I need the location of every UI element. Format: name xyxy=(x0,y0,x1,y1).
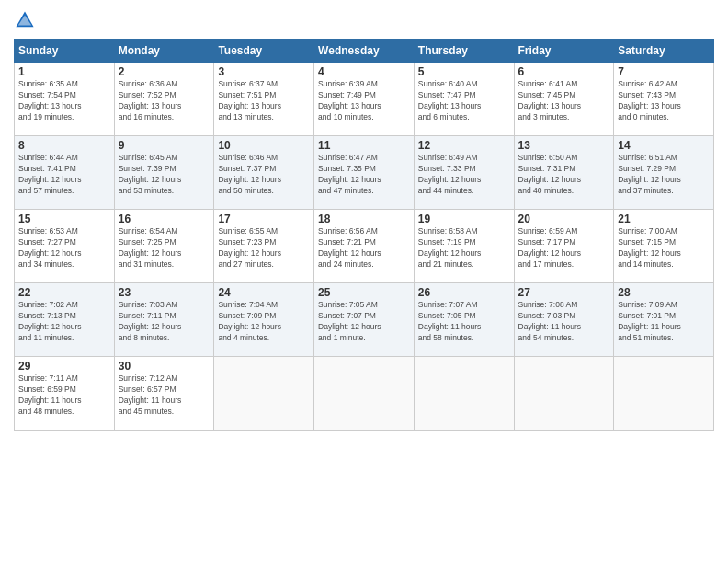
day-info: Sunrise: 6:36 AMSunset: 7:52 PMDaylight:… xyxy=(119,79,210,123)
calendar-cell: 25Sunrise: 7:05 AMSunset: 7:07 PMDayligh… xyxy=(314,283,415,357)
calendar-cell xyxy=(314,357,415,431)
week-row-3: 15Sunrise: 6:53 AMSunset: 7:27 PMDayligh… xyxy=(15,210,714,283)
day-info: Sunrise: 6:35 AMSunset: 7:54 PMDaylight:… xyxy=(18,79,110,123)
calendar-cell: 17Sunrise: 6:55 AMSunset: 7:23 PMDayligh… xyxy=(214,210,314,283)
calendar-cell: 2Sunrise: 6:36 AMSunset: 7:52 PMDaylight… xyxy=(114,63,214,136)
calendar-cell xyxy=(514,357,614,431)
day-number: 1 xyxy=(18,65,110,78)
day-number: 7 xyxy=(618,65,710,78)
day-number: 16 xyxy=(119,213,210,225)
logo-icon xyxy=(14,9,36,31)
calendar-table: SundayMondayTuesdayWednesdayThursdayFrid… xyxy=(14,39,714,431)
day-number: 8 xyxy=(18,139,110,152)
weekday-header-monday: Monday xyxy=(114,40,214,63)
day-number: 24 xyxy=(218,286,310,299)
day-info: Sunrise: 6:46 AMSunset: 7:37 PMDaylight:… xyxy=(218,153,310,197)
calendar-cell: 18Sunrise: 6:56 AMSunset: 7:21 PMDayligh… xyxy=(314,210,415,283)
day-info: Sunrise: 7:00 AMSunset: 7:15 PMDaylight:… xyxy=(618,226,710,270)
day-info: Sunrise: 6:59 AMSunset: 7:17 PMDaylight:… xyxy=(518,226,610,270)
calendar-cell: 14Sunrise: 6:51 AMSunset: 7:29 PMDayligh… xyxy=(614,136,714,210)
day-info: Sunrise: 6:40 AMSunset: 7:47 PMDaylight:… xyxy=(418,79,510,123)
day-info: Sunrise: 6:39 AMSunset: 7:49 PMDaylight:… xyxy=(318,79,410,123)
day-number: 22 xyxy=(18,286,110,299)
day-info: Sunrise: 6:45 AMSunset: 7:39 PMDaylight:… xyxy=(119,153,210,197)
calendar-cell xyxy=(414,357,514,431)
calendar-cell: 11Sunrise: 6:47 AMSunset: 7:35 PMDayligh… xyxy=(314,136,415,210)
day-number: 5 xyxy=(418,65,510,78)
calendar-cell: 24Sunrise: 7:04 AMSunset: 7:09 PMDayligh… xyxy=(214,283,314,357)
calendar-cell xyxy=(614,357,714,431)
day-info: Sunrise: 6:44 AMSunset: 7:41 PMDaylight:… xyxy=(18,153,110,197)
day-number: 20 xyxy=(518,213,610,225)
day-info: Sunrise: 6:37 AMSunset: 7:51 PMDaylight:… xyxy=(218,79,310,123)
calendar-cell: 7Sunrise: 6:42 AMSunset: 7:43 PMDaylight… xyxy=(614,63,714,136)
weekday-header-thursday: Thursday xyxy=(414,40,514,63)
calendar-cell: 5Sunrise: 6:40 AMSunset: 7:47 PMDaylight… xyxy=(414,63,514,136)
week-row-2: 8Sunrise: 6:44 AMSunset: 7:41 PMDaylight… xyxy=(15,136,714,210)
page: SundayMondayTuesdayWednesdayThursdayFrid… xyxy=(0,0,728,563)
calendar-cell: 19Sunrise: 6:58 AMSunset: 7:19 PMDayligh… xyxy=(414,210,514,283)
calendar-cell: 1Sunrise: 6:35 AMSunset: 7:54 PMDaylight… xyxy=(15,63,115,136)
day-info: Sunrise: 6:41 AMSunset: 7:45 PMDaylight:… xyxy=(518,79,610,123)
day-info: Sunrise: 6:42 AMSunset: 7:43 PMDaylight:… xyxy=(618,79,710,123)
day-info: Sunrise: 7:05 AMSunset: 7:07 PMDaylight:… xyxy=(318,300,410,344)
day-info: Sunrise: 7:11 AMSunset: 6:59 PMDaylight:… xyxy=(18,373,110,418)
day-info: Sunrise: 6:58 AMSunset: 7:19 PMDaylight:… xyxy=(418,226,510,270)
calendar-cell: 29Sunrise: 7:11 AMSunset: 6:59 PMDayligh… xyxy=(15,357,115,431)
calendar-cell: 27Sunrise: 7:08 AMSunset: 7:03 PMDayligh… xyxy=(514,283,614,357)
day-number: 28 xyxy=(618,286,710,299)
calendar-cell: 16Sunrise: 6:54 AMSunset: 7:25 PMDayligh… xyxy=(114,210,214,283)
calendar-cell: 4Sunrise: 6:39 AMSunset: 7:49 PMDaylight… xyxy=(314,63,415,136)
calendar-cell: 13Sunrise: 6:50 AMSunset: 7:31 PMDayligh… xyxy=(514,136,614,210)
day-number: 13 xyxy=(518,139,610,152)
day-info: Sunrise: 7:04 AMSunset: 7:09 PMDaylight:… xyxy=(218,300,310,344)
calendar-cell: 22Sunrise: 7:02 AMSunset: 7:13 PMDayligh… xyxy=(15,283,115,357)
weekday-header-saturday: Saturday xyxy=(614,40,714,63)
day-info: Sunrise: 7:09 AMSunset: 7:01 PMDaylight:… xyxy=(618,300,710,344)
day-info: Sunrise: 7:12 AMSunset: 6:57 PMDaylight:… xyxy=(119,373,210,418)
calendar-cell: 15Sunrise: 6:53 AMSunset: 7:27 PMDayligh… xyxy=(15,210,115,283)
day-number: 27 xyxy=(518,286,610,299)
week-row-4: 22Sunrise: 7:02 AMSunset: 7:13 PMDayligh… xyxy=(15,283,714,357)
day-info: Sunrise: 6:56 AMSunset: 7:21 PMDaylight:… xyxy=(318,226,410,270)
calendar-cell: 6Sunrise: 6:41 AMSunset: 7:45 PMDaylight… xyxy=(514,63,614,136)
day-number: 17 xyxy=(218,213,310,225)
weekday-header-sunday: Sunday xyxy=(15,40,115,63)
day-info: Sunrise: 7:03 AMSunset: 7:11 PMDaylight:… xyxy=(119,300,210,344)
calendar-cell: 23Sunrise: 7:03 AMSunset: 7:11 PMDayligh… xyxy=(114,283,214,357)
weekday-header-wednesday: Wednesday xyxy=(314,40,415,63)
day-number: 21 xyxy=(618,213,710,225)
week-row-5: 29Sunrise: 7:11 AMSunset: 6:59 PMDayligh… xyxy=(15,357,714,431)
calendar-cell: 30Sunrise: 7:12 AMSunset: 6:57 PMDayligh… xyxy=(114,357,214,431)
day-info: Sunrise: 6:51 AMSunset: 7:29 PMDaylight:… xyxy=(618,153,710,197)
day-info: Sunrise: 6:47 AMSunset: 7:35 PMDaylight:… xyxy=(318,153,410,197)
day-number: 10 xyxy=(218,139,310,152)
calendar-cell: 20Sunrise: 6:59 AMSunset: 7:17 PMDayligh… xyxy=(514,210,614,283)
calendar-cell: 8Sunrise: 6:44 AMSunset: 7:41 PMDaylight… xyxy=(15,136,115,210)
day-number: 18 xyxy=(318,213,410,225)
weekday-header-friday: Friday xyxy=(514,40,614,63)
day-number: 29 xyxy=(18,360,110,373)
calendar-cell: 26Sunrise: 7:07 AMSunset: 7:05 PMDayligh… xyxy=(414,283,514,357)
weekday-header-tuesday: Tuesday xyxy=(214,40,314,63)
day-number: 14 xyxy=(618,139,710,152)
day-number: 4 xyxy=(318,65,410,78)
day-info: Sunrise: 7:08 AMSunset: 7:03 PMDaylight:… xyxy=(518,300,610,344)
weekday-header-row: SundayMondayTuesdayWednesdayThursdayFrid… xyxy=(15,40,714,63)
day-info: Sunrise: 6:54 AMSunset: 7:25 PMDaylight:… xyxy=(119,226,210,270)
header xyxy=(14,9,714,31)
day-number: 9 xyxy=(119,139,210,152)
day-number: 19 xyxy=(418,213,510,225)
day-number: 30 xyxy=(119,360,210,373)
day-number: 26 xyxy=(418,286,510,299)
calendar-cell: 28Sunrise: 7:09 AMSunset: 7:01 PMDayligh… xyxy=(614,283,714,357)
day-number: 6 xyxy=(518,65,610,78)
day-number: 12 xyxy=(418,139,510,152)
day-info: Sunrise: 6:50 AMSunset: 7:31 PMDaylight:… xyxy=(518,153,610,197)
day-info: Sunrise: 6:53 AMSunset: 7:27 PMDaylight:… xyxy=(18,226,110,270)
day-number: 3 xyxy=(218,65,310,78)
week-row-1: 1Sunrise: 6:35 AMSunset: 7:54 PMDaylight… xyxy=(15,63,714,136)
day-info: Sunrise: 6:55 AMSunset: 7:23 PMDaylight:… xyxy=(218,226,310,270)
calendar-cell: 9Sunrise: 6:45 AMSunset: 7:39 PMDaylight… xyxy=(114,136,214,210)
day-number: 15 xyxy=(18,213,110,225)
